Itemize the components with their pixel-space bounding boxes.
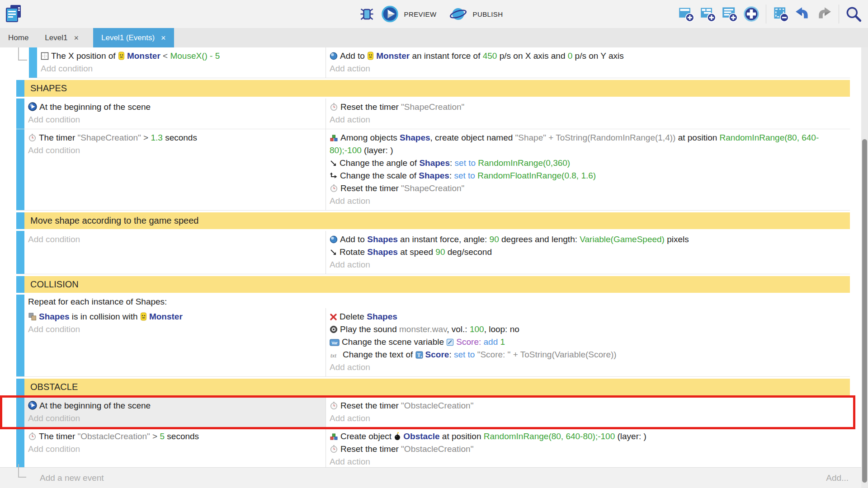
event-selection-bar[interactable]	[16, 99, 24, 129]
text-segment: Change the scale of	[340, 171, 419, 180]
scrollbar-thumb[interactable]	[862, 139, 867, 483]
text-segment: Shapes	[367, 312, 397, 321]
actions-cell[interactable]: Reset the timer "ShapeCreation"Add actio…	[326, 99, 850, 129]
event-selection-bar[interactable]	[16, 212, 24, 229]
event-selection-bar[interactable]	[16, 80, 24, 97]
action-line[interactable]: txtChange the text of TxScore: set to "S…	[330, 348, 846, 361]
event-shape-creation-timer[interactable]: The timer "ShapeCreation" > 1.3 secondsA…	[16, 129, 850, 211]
preview-button[interactable]: PREVIEW	[382, 5, 445, 23]
comment-move-shape[interactable]: Move shape according to the game speed	[16, 212, 850, 229]
conditions-cell[interactable]: At the beginning of the sceneAdd conditi…	[24, 99, 326, 129]
action-line[interactable]: Reset the timer "ObstacleCreation"	[330, 443, 846, 455]
action-line[interactable]: Reset the timer "ShapeCreation"	[330, 101, 846, 113]
actions-cell[interactable]: Create object Obstacle at position Rando…	[326, 428, 850, 468]
debug-button[interactable]	[357, 3, 377, 25]
repeat-header[interactable]: Repeat for each instance of Shapes:	[24, 295, 850, 308]
delete-selection-button[interactable]	[771, 3, 791, 25]
action-line[interactable]: Among objects Shapes, create object name…	[330, 131, 846, 157]
add-action-link[interactable]: Add action	[330, 258, 846, 271]
add-action-link[interactable]: Add action	[330, 455, 846, 468]
tab-close-icon[interactable]: ×	[74, 34, 79, 42]
add-more-link[interactable]: Add...	[826, 473, 849, 483]
undo-button[interactable]	[793, 3, 812, 25]
actions-cell[interactable]: Add to Shapes an instant force, angle: 9…	[326, 231, 850, 274]
search-button[interactable]	[844, 3, 863, 25]
event-selection-bar[interactable]	[29, 47, 37, 78]
event-selection-bar[interactable]	[16, 379, 24, 395]
add-action-link[interactable]: Add action	[330, 62, 846, 75]
action-line[interactable]: Change the scale of Shapes: set to Rando…	[330, 169, 846, 182]
event-selection-bar[interactable]	[16, 428, 24, 468]
add-action-link[interactable]: Add action	[330, 361, 846, 374]
event-monster-move[interactable]: The X position of Monster < MouseX() - 5…	[29, 47, 850, 78]
add-action-link[interactable]: Add action	[330, 113, 846, 126]
action-line[interactable]: Rotate Shapes at speed 90 deg/second	[330, 246, 846, 258]
event-selection-bar[interactable]	[16, 231, 24, 274]
action-line[interactable]: Reset the timer "ShapeCreation"	[330, 182, 846, 195]
add-condition-link[interactable]: Add condition	[28, 412, 322, 425]
conditions-cell[interactable]: Shapes is in collision with MonsterAdd c…	[24, 308, 326, 376]
add-condition-link[interactable]: Add condition	[28, 323, 322, 336]
add-action-link[interactable]: Add action	[330, 195, 846, 207]
add-condition-link[interactable]: Add condition	[41, 62, 322, 75]
comment-shapes[interactable]: SHAPES	[16, 80, 850, 97]
add-subevent-button[interactable]	[698, 3, 718, 25]
action-line[interactable]: Delete Shapes	[330, 310, 846, 323]
comment-collision[interactable]: COLLISION	[16, 276, 850, 293]
condition-line[interactable]: The timer "ShapeCreation" > 1.3 seconds	[28, 131, 322, 144]
publish-button[interactable]: PUBLISH	[449, 5, 511, 23]
app-logo-icon[interactable]	[5, 4, 24, 24]
redo-button[interactable]	[814, 3, 834, 25]
add-condition-link[interactable]: Add condition	[28, 144, 322, 157]
event-cells: The timer "ObstacleCreation" > 5 seconds…	[24, 428, 850, 468]
conditions-cell[interactable]: The timer "ObstacleCreation" > 5 seconds…	[24, 428, 326, 468]
event-selection-bar[interactable]	[16, 397, 24, 427]
add-condition-link[interactable]: Add condition	[28, 443, 322, 455]
actions-cell[interactable]: Among objects Shapes, create object name…	[326, 129, 850, 210]
actions-cell[interactable]: Add to Monster an instant force of 450 p…	[326, 47, 850, 78]
condition-line[interactable]: Shapes is in collision with Monster	[28, 310, 322, 323]
tab-close-icon[interactable]: ×	[161, 34, 166, 42]
condition-line[interactable]: The timer "ObstacleCreation" > 5 seconds	[28, 430, 322, 443]
tab-home[interactable]: Home	[0, 28, 37, 47]
event-selection-bar[interactable]	[16, 276, 24, 293]
action-line[interactable]: VarChange the scene variable Score: add …	[330, 336, 846, 348]
event-obstacle-creation-timer[interactable]: The timer "ObstacleCreation" > 5 seconds…	[16, 428, 850, 468]
add-event-button[interactable]	[676, 3, 696, 25]
event-columns: Shapes is in collision with MonsterAdd c…	[24, 308, 850, 376]
conditions-cell[interactable]: At the beginning of the sceneAdd conditi…	[24, 397, 326, 427]
monster-icon	[140, 312, 147, 321]
condition-line[interactable]: At the beginning of the scene	[28, 399, 322, 412]
conditions-cell[interactable]: The timer "ShapeCreation" > 1.3 secondsA…	[24, 129, 326, 210]
actions-cell[interactable]: Reset the timer "ObstacleCreation"Add ac…	[326, 397, 850, 427]
event-move-shapes[interactable]: Add conditionAdd to Shapes an instant fo…	[16, 231, 850, 274]
condition-line[interactable]: The X position of Monster < MouseX() - 5	[41, 50, 322, 62]
tab-level1-events-[interactable]: Level1 (Events)×	[93, 28, 174, 47]
event-selection-bar[interactable]	[16, 295, 24, 376]
tab-level1[interactable]: Level1×	[37, 28, 87, 47]
condition-line[interactable]: At the beginning of the scene	[28, 101, 322, 113]
event-obstacle-begin[interactable]: At the beginning of the sceneAdd conditi…	[16, 397, 850, 428]
action-line[interactable]: Play the sound monster.wav, vol.: 100, l…	[330, 323, 846, 336]
add-new-event-link[interactable]: Add a new event	[40, 473, 104, 483]
action-line[interactable]: Change the angle of Shapes: set to Rando…	[330, 157, 846, 169]
svg-text:txt: txt	[330, 352, 336, 359]
add-action-link[interactable]: Add action	[330, 412, 846, 425]
action-line[interactable]: Add to Shapes an instant force, angle: 9…	[330, 233, 846, 246]
vertical-scrollbar[interactable]	[861, 47, 868, 488]
add-comment-button[interactable]	[720, 3, 740, 25]
actions-cell[interactable]: Delete ShapesPlay the sound monster.wav,…	[326, 308, 850, 376]
conditions-cell[interactable]: Add condition	[24, 231, 326, 274]
event-shapes-begin[interactable]: At the beginning of the sceneAdd conditi…	[16, 99, 850, 129]
circle-plus-button[interactable]	[741, 3, 761, 25]
event-selection-bar[interactable]	[16, 129, 24, 210]
add-condition-link[interactable]: Add condition	[28, 233, 322, 246]
action-line[interactable]: Create object Obstacle at position Rando…	[330, 430, 846, 443]
publish-planet-icon	[449, 5, 467, 23]
action-line[interactable]: Reset the timer "ObstacleCreation"	[330, 399, 846, 412]
conditions-cell[interactable]: The X position of Monster < MouseX() - 5…	[37, 47, 326, 78]
event-collision-repeat[interactable]: Repeat for each instance of Shapes:Shape…	[16, 295, 850, 377]
action-line[interactable]: Add to Monster an instant force of 450 p…	[330, 50, 846, 62]
add-condition-link[interactable]: Add condition	[28, 113, 322, 126]
comment-obstacle[interactable]: OBSTACLE	[16, 379, 850, 395]
